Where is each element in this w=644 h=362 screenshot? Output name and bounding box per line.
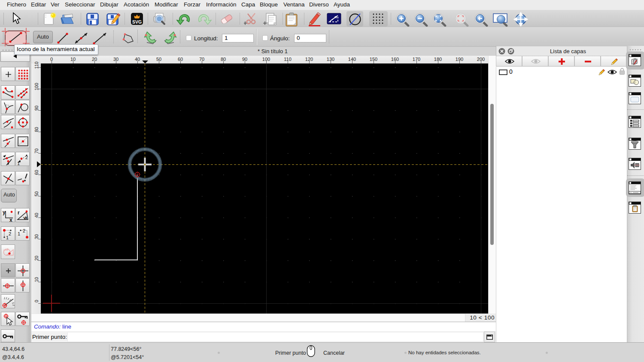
svg-text:SVG: SVG — [132, 19, 142, 24]
svg-text:1: 1 — [17, 161, 20, 166]
svg-text:y: y — [3, 209, 6, 215]
svg-text:2: 2 — [9, 231, 11, 236]
svg-text:r: r — [18, 210, 20, 216]
svg-text:2: 2 — [23, 228, 25, 233]
svg-text:1: 1 — [18, 231, 20, 236]
svg-text:x: x — [9, 217, 12, 223]
svg-text:2: 2 — [25, 155, 28, 160]
svg-text:a: a — [24, 215, 27, 220]
